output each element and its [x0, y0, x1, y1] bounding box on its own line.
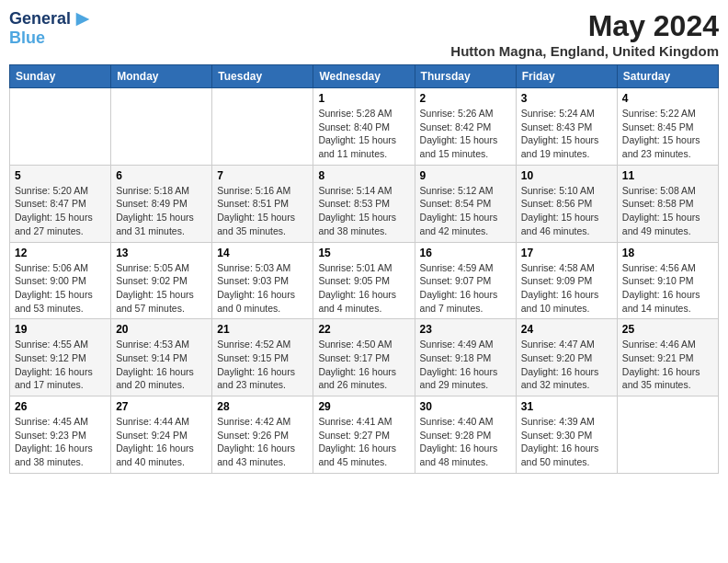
column-header-friday: Friday	[516, 65, 617, 88]
calendar-cell: 20Sunrise: 4:53 AM Sunset: 9:14 PM Dayli…	[111, 319, 212, 396]
calendar-cell: 5Sunrise: 5:20 AM Sunset: 8:47 PM Daylig…	[10, 165, 111, 242]
calendar-cell: 11Sunrise: 5:08 AM Sunset: 8:58 PM Dayli…	[617, 165, 718, 242]
calendar-cell: 1Sunrise: 5:28 AM Sunset: 8:40 PM Daylig…	[313, 88, 415, 166]
calendar-cell: 9Sunrise: 5:12 AM Sunset: 8:54 PM Daylig…	[415, 165, 516, 242]
day-info: Sunrise: 4:52 AM Sunset: 9:15 PM Dayligh…	[217, 338, 308, 392]
day-number: 29	[318, 400, 409, 413]
day-info: Sunrise: 4:40 AM Sunset: 9:28 PM Dayligh…	[420, 415, 511, 469]
calendar-cell: 4Sunrise: 5:22 AM Sunset: 8:45 PM Daylig…	[617, 88, 718, 166]
calendar-cell: 28Sunrise: 4:42 AM Sunset: 9:26 PM Dayli…	[212, 396, 313, 474]
calendar-cell: 10Sunrise: 5:10 AM Sunset: 8:56 PM Dayli…	[516, 165, 617, 242]
day-number: 23	[420, 323, 511, 336]
calendar-table: SundayMondayTuesdayWednesdayThursdayFrid…	[9, 64, 719, 474]
logo-text-blue: Blue	[9, 29, 93, 48]
calendar-cell: 19Sunrise: 4:55 AM Sunset: 9:12 PM Dayli…	[10, 319, 111, 396]
day-info: Sunrise: 5:06 AM Sunset: 9:00 PM Dayligh…	[15, 261, 106, 316]
calendar-cell: 24Sunrise: 4:47 AM Sunset: 9:20 PM Dayli…	[516, 319, 617, 396]
day-info: Sunrise: 5:10 AM Sunset: 8:56 PM Dayligh…	[521, 184, 612, 238]
day-info: Sunrise: 4:45 AM Sunset: 9:23 PM Dayligh…	[15, 415, 106, 469]
location: Hutton Magna, England, United Kingdom	[450, 43, 719, 59]
day-info: Sunrise: 4:42 AM Sunset: 9:26 PM Dayligh…	[217, 415, 308, 469]
day-number: 27	[116, 400, 207, 413]
day-info: Sunrise: 5:14 AM Sunset: 8:53 PM Dayligh…	[318, 184, 409, 238]
day-number: 25	[622, 323, 713, 336]
day-info: Sunrise: 4:53 AM Sunset: 9:14 PM Dayligh…	[116, 338, 207, 392]
day-info: Sunrise: 4:50 AM Sunset: 9:17 PM Dayligh…	[318, 338, 409, 392]
month-title: May 2024	[450, 9, 719, 43]
day-number: 2	[420, 92, 511, 105]
calendar-cell	[10, 88, 111, 166]
column-header-thursday: Thursday	[415, 65, 516, 88]
day-info: Sunrise: 4:49 AM Sunset: 9:18 PM Dayligh…	[420, 338, 511, 392]
day-info: Sunrise: 5:28 AM Sunset: 8:40 PM Dayligh…	[318, 107, 409, 161]
calendar-cell	[111, 88, 212, 166]
calendar-cell: 25Sunrise: 4:46 AM Sunset: 9:21 PM Dayli…	[617, 319, 718, 396]
day-number: 26	[15, 400, 106, 413]
day-info: Sunrise: 4:41 AM Sunset: 9:27 PM Dayligh…	[318, 415, 409, 469]
day-info: Sunrise: 4:47 AM Sunset: 9:20 PM Dayligh…	[521, 338, 612, 392]
calendar-cell: 23Sunrise: 4:49 AM Sunset: 9:18 PM Dayli…	[415, 319, 516, 396]
calendar-cell: 29Sunrise: 4:41 AM Sunset: 9:27 PM Dayli…	[313, 396, 415, 474]
svg-marker-0	[76, 13, 90, 27]
calendar-cell: 16Sunrise: 4:59 AM Sunset: 9:07 PM Dayli…	[415, 242, 516, 319]
day-number: 8	[318, 169, 409, 182]
calendar-cell: 6Sunrise: 5:18 AM Sunset: 8:49 PM Daylig…	[111, 165, 212, 242]
day-number: 10	[521, 169, 612, 182]
calendar-cell: 27Sunrise: 4:44 AM Sunset: 9:24 PM Dayli…	[111, 396, 212, 474]
day-info: Sunrise: 5:03 AM Sunset: 9:03 PM Dayligh…	[217, 261, 308, 316]
day-number: 6	[116, 169, 207, 182]
page-header: General Blue May 2024 Hutton Magna, Engl…	[9, 9, 719, 59]
day-info: Sunrise: 4:56 AM Sunset: 9:10 PM Dayligh…	[622, 261, 713, 316]
day-number: 1	[318, 92, 409, 105]
day-number: 11	[622, 169, 713, 182]
calendar-cell: 30Sunrise: 4:40 AM Sunset: 9:28 PM Dayli…	[415, 396, 516, 474]
calendar-cell: 8Sunrise: 5:14 AM Sunset: 8:53 PM Daylig…	[313, 165, 415, 242]
logo: General Blue	[9, 9, 93, 48]
column-header-saturday: Saturday	[617, 65, 718, 88]
day-number: 19	[15, 323, 106, 336]
day-number: 9	[420, 169, 511, 182]
logo-icon	[73, 9, 93, 29]
day-info: Sunrise: 5:01 AM Sunset: 9:05 PM Dayligh…	[318, 261, 409, 316]
calendar-cell: 21Sunrise: 4:52 AM Sunset: 9:15 PM Dayli…	[212, 319, 313, 396]
title-block: May 2024 Hutton Magna, England, United K…	[450, 9, 719, 59]
day-number: 30	[420, 400, 511, 413]
calendar-cell: 15Sunrise: 5:01 AM Sunset: 9:05 PM Dayli…	[313, 242, 415, 319]
day-number: 12	[15, 247, 106, 259]
calendar-week-row: 5Sunrise: 5:20 AM Sunset: 8:47 PM Daylig…	[10, 165, 719, 242]
day-info: Sunrise: 4:39 AM Sunset: 9:30 PM Dayligh…	[521, 415, 612, 469]
day-info: Sunrise: 4:44 AM Sunset: 9:24 PM Dayligh…	[116, 415, 207, 469]
calendar-week-row: 26Sunrise: 4:45 AM Sunset: 9:23 PM Dayli…	[10, 396, 719, 474]
logo-text-general: General	[9, 10, 71, 29]
column-header-tuesday: Tuesday	[212, 65, 313, 88]
day-info: Sunrise: 5:22 AM Sunset: 8:45 PM Dayligh…	[622, 107, 713, 161]
day-number: 21	[217, 323, 308, 336]
day-number: 22	[318, 323, 409, 336]
calendar-cell	[617, 396, 718, 474]
day-number: 17	[521, 247, 612, 259]
day-info: Sunrise: 5:05 AM Sunset: 9:02 PM Dayligh…	[116, 261, 207, 316]
calendar-cell: 18Sunrise: 4:56 AM Sunset: 9:10 PM Dayli…	[617, 242, 718, 319]
day-info: Sunrise: 4:55 AM Sunset: 9:12 PM Dayligh…	[15, 338, 106, 392]
column-header-monday: Monday	[111, 65, 212, 88]
day-number: 28	[217, 400, 308, 413]
day-number: 7	[217, 169, 308, 182]
day-info: Sunrise: 4:59 AM Sunset: 9:07 PM Dayligh…	[420, 261, 511, 316]
day-info: Sunrise: 5:24 AM Sunset: 8:43 PM Dayligh…	[521, 107, 612, 161]
day-number: 18	[622, 247, 713, 259]
day-number: 3	[521, 92, 612, 105]
day-info: Sunrise: 5:16 AM Sunset: 8:51 PM Dayligh…	[217, 184, 308, 238]
day-info: Sunrise: 5:26 AM Sunset: 8:42 PM Dayligh…	[420, 107, 511, 161]
calendar-header-row: SundayMondayTuesdayWednesdayThursdayFrid…	[10, 65, 719, 88]
day-info: Sunrise: 5:08 AM Sunset: 8:58 PM Dayligh…	[622, 184, 713, 238]
day-number: 13	[116, 247, 207, 259]
day-info: Sunrise: 4:58 AM Sunset: 9:09 PM Dayligh…	[521, 261, 612, 316]
day-number: 14	[217, 247, 308, 259]
day-number: 16	[420, 247, 511, 259]
calendar-cell: 2Sunrise: 5:26 AM Sunset: 8:42 PM Daylig…	[415, 88, 516, 166]
calendar-cell: 7Sunrise: 5:16 AM Sunset: 8:51 PM Daylig…	[212, 165, 313, 242]
calendar-week-row: 1Sunrise: 5:28 AM Sunset: 8:40 PM Daylig…	[10, 88, 719, 166]
column-header-sunday: Sunday	[10, 65, 111, 88]
calendar-cell: 3Sunrise: 5:24 AM Sunset: 8:43 PM Daylig…	[516, 88, 617, 166]
calendar-week-row: 19Sunrise: 4:55 AM Sunset: 9:12 PM Dayli…	[10, 319, 719, 396]
